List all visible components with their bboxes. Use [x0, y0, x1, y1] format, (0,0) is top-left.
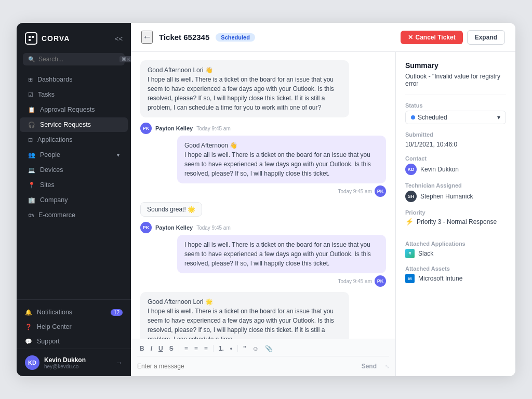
strikethrough-button[interactable]: S [167, 343, 176, 354]
msg-time-right: Today 9:45 am [338, 278, 372, 284]
bold-button[interactable]: B [137, 343, 147, 354]
align-left-button[interactable]: ≡ [182, 343, 191, 354]
user-email: hey@kevdu.co [44, 364, 111, 369]
emoji-button[interactable]: ☺ [250, 343, 261, 354]
sidebar-item-sites[interactable]: 📍 Sites [20, 178, 128, 192]
sidebar-item-people[interactable]: 👥 People ▾ [20, 148, 128, 162]
assets-section: Attached Assets M Microsoft Intune [405, 265, 506, 283]
italic-button[interactable]: I [148, 343, 155, 354]
msg-bubble-right: I hope all is well. There is a ticket on… [177, 235, 386, 273]
intune-icon: M [405, 274, 415, 283]
submitted-label: Submitted [405, 131, 506, 138]
svg-rect-1 [32, 36, 34, 38]
sites-icon: 📍 [28, 182, 35, 189]
logo-icon [25, 32, 37, 45]
user-profile: KD Kevin Dukkon hey@kevdu.co → [17, 349, 131, 376]
cancel-ticket-button[interactable]: ✕ Cancel Ticket [401, 31, 463, 44]
main-content: ← Ticket 652345 Scheduled ✕ Cancel Ticke… [131, 23, 515, 376]
help-icon: ❓ [25, 324, 32, 330]
summary-title-section: Summary Outlook - "Invalid value for reg… [405, 61, 506, 87]
logo-text: CORVA [42, 34, 70, 43]
unordered-list-button[interactable]: • [228, 343, 235, 354]
status-value: Scheduled [418, 114, 447, 121]
app-name: Slack [418, 250, 433, 257]
ticket-body: Good Afternoon Lori 👋 I hope all is well… [131, 52, 515, 376]
apps-label: Attached Applications [405, 241, 506, 247]
sidebar-item-label: E-commerce [38, 211, 75, 219]
resize-icon: ⤡ [385, 364, 389, 369]
sidebar-item-devices[interactable]: 💻 Devices [20, 163, 128, 177]
people-icon: 👥 [28, 152, 35, 158]
status-dot [411, 115, 415, 119]
user-info: Kevin Dukkon hey@kevdu.co [44, 356, 111, 369]
sidebar-item-tasks[interactable]: ☑ Tasks [20, 87, 128, 102]
msg-text: Good Afternoon Lori 🌟 I hope all is well… [148, 298, 334, 339]
send-button[interactable]: Send [357, 361, 381, 372]
compose-area: B I U S ≡ ≡ ≡ 1. • " ☺ 📎 [131, 339, 395, 376]
sidebar-item-service-requests[interactable]: 🎧 Service Requests [20, 117, 128, 132]
expand-button[interactable]: Expand [467, 30, 505, 45]
help-center-item[interactable]: ❓ Help Center [17, 320, 131, 334]
msg-bubble: Sounds great! 🌟 [140, 202, 202, 217]
msg-right-time: Today 9:45 am PK [338, 185, 386, 197]
sidebar-item-label: Service Requests [40, 121, 91, 128]
support-item[interactable]: 💬 Support [17, 334, 131, 349]
divider-1 [405, 95, 506, 95]
sidebar: CORVA << 🔍 ⌘ K ⊞ Dashboards ☑ Tasks 📋 [17, 23, 131, 376]
devices-icon: 💻 [28, 167, 35, 174]
attachment-button[interactable]: 📎 [262, 343, 275, 354]
message-1: Good Afternoon Lori 👋 I hope all is well… [140, 60, 386, 117]
ticket-header: ← Ticket 652345 Scheduled ✕ Cancel Ticke… [131, 23, 515, 52]
msg-bubble: Good Afternoon Lori 👋 I hope all is well… [140, 60, 349, 117]
divider-2 [405, 233, 506, 233]
sidebar-item-label: Tasks [38, 91, 55, 98]
sidebar-item-label: Applications [37, 136, 72, 143]
msg-sender: Payton Kelley [155, 125, 193, 131]
support-icon: 💬 [25, 338, 32, 345]
align-right-button[interactable]: ≡ [202, 343, 210, 354]
msg-sender-row: PK Payton Kelley Today 9:45 am [140, 123, 386, 134]
help-label: Help Center [37, 323, 72, 330]
back-button[interactable]: ← [141, 31, 153, 44]
contact-label: Contact [405, 155, 506, 162]
priority-icon: ⚡ [405, 218, 414, 225]
search-input[interactable] [38, 56, 116, 63]
bell-icon: 🔔 [25, 309, 32, 316]
sidebar-item-applications[interactable]: ⊡ Applications [20, 132, 128, 147]
tasks-icon: ☑ [28, 91, 33, 98]
message-3: Sounds great! 🌟 [140, 202, 386, 217]
notifications-item[interactable]: 🔔 Notifications 12 [17, 305, 131, 320]
ticket-title: Ticket 652345 [159, 33, 209, 42]
sidebar-item-approval-requests[interactable]: 📋 Approval Requests [20, 102, 128, 117]
summary-panel: Summary Outlook - "Invalid value for reg… [396, 52, 515, 376]
msg-row-right: Good Afternoon 👋 I hope all is well. The… [140, 136, 386, 197]
ordered-list-button[interactable]: 1. [216, 343, 227, 354]
sidebar-item-dashboards[interactable]: ⊞ Dashboards [20, 72, 128, 87]
quote-button[interactable]: " [241, 343, 249, 354]
msg-text: Sounds great! 🌟 [147, 206, 195, 213]
asset-name: Microsoft Intune [418, 275, 462, 282]
x-icon: ✕ [408, 34, 413, 41]
priority-section: Priority ⚡ Priority 3 - Normal Response [405, 209, 506, 225]
user-name: Kevin Dukkon [44, 356, 111, 364]
slack-icon: # [405, 249, 415, 258]
sidebar-item-company[interactable]: 🏢 Company [20, 193, 128, 207]
logout-icon[interactable]: → [115, 358, 123, 367]
msg-sender-row: PK Payton Kelley Today 9:45 am [140, 222, 386, 233]
chevron-down-icon: ▾ [117, 152, 119, 158]
msg-time: Today 9:45 am [196, 126, 231, 131]
collapse-button[interactable]: << [115, 35, 123, 43]
company-icon: 🏢 [28, 197, 35, 204]
search-bar[interactable]: 🔍 ⌘ K [23, 53, 125, 65]
status-select[interactable]: Scheduled ▾ [405, 111, 506, 124]
msg-time: Today 9:45 am [196, 225, 231, 231]
sidebar-item-ecommerce[interactable]: 🛍 E-commerce [20, 208, 128, 222]
align-center-button[interactable]: ≡ [192, 343, 201, 354]
support-label: Support [37, 338, 60, 345]
sidebar-item-label: Devices [40, 166, 63, 174]
message-input[interactable] [137, 363, 353, 370]
msg-time-right: Today 9:45 am [338, 189, 372, 194]
underline-button[interactable]: U [156, 343, 166, 354]
sidebar-nav: ⊞ Dashboards ☑ Tasks 📋 Approval Requests… [17, 71, 131, 299]
priority-value: Priority 3 - Normal Response [417, 218, 497, 225]
